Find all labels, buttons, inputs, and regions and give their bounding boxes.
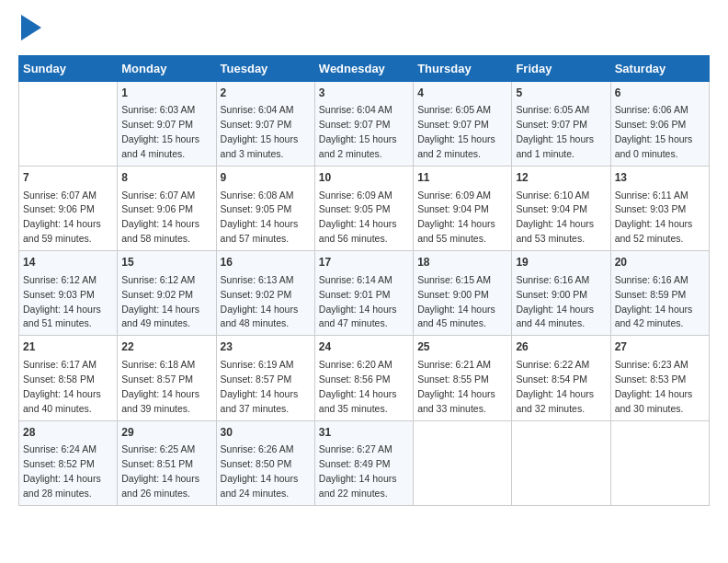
cell-info-line: Sunrise: 6:04 AM	[221, 104, 294, 115]
cell-info-line: and 55 minutes.	[417, 233, 486, 244]
calendar-week-row: 14Sunrise: 6:12 AMSunset: 9:03 PMDayligh…	[19, 251, 710, 336]
cell-info-line: and 35 minutes.	[319, 403, 388, 414]
cell-info-line: and 1 minute.	[516, 148, 574, 159]
cell-info-line: Daylight: 15 hours	[516, 133, 594, 144]
calendar-cell: 5Sunrise: 6:05 AMSunset: 9:07 PMDaylight…	[512, 82, 610, 167]
cell-info-line: Daylight: 14 hours	[319, 218, 397, 229]
cell-info-line: Sunset: 9:04 PM	[417, 203, 489, 214]
calendar-week-row: 21Sunrise: 6:17 AMSunset: 8:58 PMDayligh…	[19, 336, 710, 420]
calendar-cell	[19, 82, 118, 167]
cell-info-line: Daylight: 15 hours	[319, 133, 397, 144]
cell-info-line: Sunset: 9:07 PM	[319, 119, 391, 130]
calendar-week-row: 28Sunrise: 6:24 AMSunset: 8:52 PMDayligh…	[19, 420, 710, 505]
column-header-friday: Friday	[512, 56, 610, 82]
cell-info-line: Daylight: 14 hours	[121, 473, 199, 484]
cell-info-line: and 33 minutes.	[417, 403, 486, 414]
logo-arrow-icon	[21, 15, 41, 40]
calendar-cell: 23Sunrise: 6:19 AMSunset: 8:57 PMDayligh…	[216, 336, 314, 420]
cell-info-line: Daylight: 15 hours	[121, 133, 199, 144]
cell-info-line: Sunset: 8:58 PM	[23, 373, 95, 385]
cell-info-line: and 0 minutes.	[615, 148, 678, 159]
cell-info-line: Daylight: 14 hours	[121, 218, 199, 229]
cell-info-line: Daylight: 14 hours	[23, 473, 101, 484]
cell-info-line: Sunrise: 6:05 AM	[516, 104, 589, 115]
cell-info-line: Daylight: 15 hours	[221, 133, 299, 144]
cell-info-line: and 3 minutes.	[221, 148, 284, 159]
calendar-cell: 11Sunrise: 6:09 AMSunset: 9:04 PMDayligh…	[414, 167, 512, 251]
day-number: 5	[516, 86, 606, 101]
day-number: 28	[23, 425, 113, 441]
cell-info-line: and 59 minutes.	[23, 233, 92, 244]
calendar-cell: 15Sunrise: 6:12 AMSunset: 9:02 PMDayligh…	[118, 251, 216, 336]
cell-info-line: and 2 minutes.	[417, 148, 481, 159]
cell-info-line: Sunrise: 6:09 AM	[319, 190, 392, 201]
calendar-cell: 18Sunrise: 6:15 AMSunset: 9:00 PMDayligh…	[414, 251, 512, 336]
cell-info-line: Sunset: 9:05 PM	[221, 203, 292, 214]
cell-info-line: Sunset: 8:49 PM	[319, 458, 391, 469]
calendar-cell: 20Sunrise: 6:16 AMSunset: 8:59 PMDayligh…	[610, 251, 709, 336]
day-number: 4	[417, 86, 507, 101]
cell-info-line: and 26 minutes.	[121, 488, 190, 499]
cell-info-line: Sunset: 8:57 PM	[221, 373, 292, 385]
calendar-cell	[414, 420, 512, 505]
cell-info-line: Sunset: 9:03 PM	[615, 203, 687, 214]
cell-info-line: Sunrise: 6:24 AM	[23, 443, 97, 454]
cell-info-line: Sunrise: 6:08 AM	[221, 190, 294, 201]
calendar-table: SundayMondayTuesdayWednesdayThursdayFrid…	[18, 55, 710, 506]
day-number: 23	[221, 339, 311, 355]
cell-info-line: Sunset: 9:06 PM	[121, 203, 193, 214]
cell-info-line: Sunset: 8:57 PM	[121, 373, 193, 385]
cell-info-line: Sunset: 9:03 PM	[23, 289, 95, 300]
calendar-cell: 22Sunrise: 6:18 AMSunset: 8:57 PMDayligh…	[118, 336, 216, 420]
column-header-tuesday: Tuesday	[216, 56, 314, 82]
cell-info-line: Sunset: 9:07 PM	[417, 119, 489, 130]
cell-info-line: Sunrise: 6:15 AM	[417, 274, 491, 285]
cell-info-line: and 2 minutes.	[319, 148, 382, 159]
calendar-cell: 26Sunrise: 6:22 AMSunset: 8:54 PMDayligh…	[512, 336, 610, 420]
day-number: 27	[615, 339, 705, 355]
cell-info-line: Sunrise: 6:20 AM	[319, 359, 392, 370]
cell-info-line: Daylight: 14 hours	[319, 304, 397, 315]
cell-info-line: Daylight: 14 hours	[319, 473, 397, 484]
day-number: 11	[417, 170, 507, 186]
day-number: 6	[615, 86, 705, 101]
cell-info-line: Sunrise: 6:10 AM	[516, 190, 589, 201]
cell-info-line: Sunset: 9:07 PM	[516, 119, 587, 130]
cell-info-line: Daylight: 14 hours	[121, 388, 199, 399]
cell-info-line: and 37 minutes.	[221, 403, 290, 414]
cell-info-line: Sunset: 9:00 PM	[516, 289, 587, 300]
cell-info-line: Sunrise: 6:11 AM	[615, 190, 688, 201]
day-number: 10	[319, 170, 409, 186]
cell-info-line: Sunset: 9:07 PM	[121, 119, 193, 130]
day-number: 9	[221, 170, 311, 186]
day-number: 31	[319, 425, 409, 441]
cell-info-line: Sunrise: 6:17 AM	[23, 359, 97, 370]
cell-info-line: and 49 minutes.	[121, 317, 190, 328]
cell-info-line: Sunset: 8:51 PM	[121, 458, 193, 469]
calendar-cell: 4Sunrise: 6:05 AMSunset: 9:07 PMDaylight…	[414, 82, 512, 167]
cell-info-line: and 42 minutes.	[615, 317, 684, 328]
calendar-cell	[512, 420, 610, 505]
cell-info-line: Sunrise: 6:12 AM	[121, 274, 195, 285]
cell-info-line: Sunset: 8:53 PM	[615, 373, 687, 385]
cell-info-line: Sunset: 9:01 PM	[319, 289, 391, 300]
calendar-cell: 21Sunrise: 6:17 AMSunset: 8:58 PMDayligh…	[19, 336, 118, 420]
calendar-cell: 17Sunrise: 6:14 AMSunset: 9:01 PMDayligh…	[314, 251, 413, 336]
calendar-cell: 7Sunrise: 6:07 AMSunset: 9:06 PMDaylight…	[19, 167, 118, 251]
cell-info-line: Sunset: 9:05 PM	[319, 203, 391, 214]
cell-info-line: and 57 minutes.	[221, 233, 290, 244]
cell-info-line: Daylight: 14 hours	[23, 218, 101, 229]
calendar-cell: 6Sunrise: 6:06 AMSunset: 9:06 PMDaylight…	[610, 82, 709, 167]
cell-info-line: Sunset: 8:55 PM	[417, 373, 489, 385]
cell-info-line: Daylight: 14 hours	[319, 388, 397, 399]
cell-info-line: Sunrise: 6:16 AM	[615, 274, 688, 285]
day-number: 14	[23, 255, 113, 270]
cell-info-line: Daylight: 14 hours	[615, 388, 693, 399]
cell-info-line: Sunrise: 6:27 AM	[319, 443, 392, 454]
cell-info-line: Sunrise: 6:21 AM	[417, 359, 491, 370]
svg-marker-0	[21, 15, 41, 40]
cell-info-line: Daylight: 14 hours	[23, 388, 101, 399]
cell-info-line: and 24 minutes.	[221, 488, 290, 499]
calendar-cell: 3Sunrise: 6:04 AMSunset: 9:07 PMDaylight…	[314, 82, 413, 167]
day-number: 29	[121, 425, 211, 441]
